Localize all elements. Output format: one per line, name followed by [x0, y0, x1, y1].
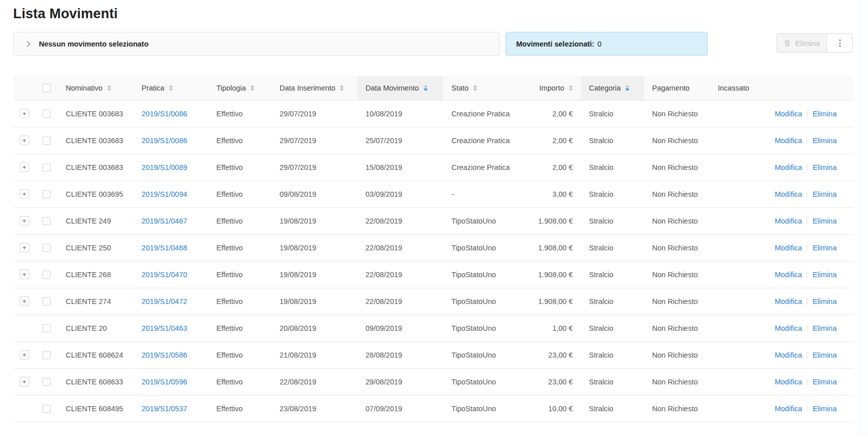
cell-pagamento: Non Richiesto [644, 207, 710, 234]
row-checkbox[interactable] [42, 163, 51, 171]
elimina-link[interactable]: Elimina [812, 378, 837, 386]
table-row: +CLIENTE 2492019/S1/0467Effettivo19/08/2… [13, 207, 853, 234]
expand-row-button[interactable]: + [20, 296, 29, 306]
modifica-link[interactable]: Modifica [774, 217, 802, 225]
modifica-link[interactable]: Modifica [774, 378, 802, 386]
row-checkbox[interactable] [42, 271, 51, 279]
row-checkbox[interactable] [42, 110, 51, 118]
elimina-link[interactable]: Elimina [812, 217, 837, 225]
action-divider [807, 352, 807, 359]
elimina-link[interactable]: Elimina [812, 137, 837, 145]
page-scrollbar[interactable] [860, 0, 868, 435]
cell-tipologia: Effettivo [208, 154, 271, 181]
pratica-link[interactable]: 2019/S1/0586 [142, 351, 187, 359]
pratica-link[interactable]: 2019/S1/0463 [142, 324, 187, 332]
cell-data_movimento: 28/08/2019 [357, 341, 443, 368]
elimina-link[interactable]: Elimina [812, 324, 837, 332]
row-checkbox[interactable] [42, 378, 51, 386]
cell-categoria: Stralcio [581, 207, 644, 234]
pratica-link[interactable]: 2019/S1/0094 [142, 190, 187, 198]
elimina-link[interactable]: Elimina [812, 297, 837, 306]
pratica-link[interactable]: 2019/S1/0086 [142, 110, 187, 118]
modifica-link[interactable]: Modifica [774, 190, 802, 198]
elimina-link[interactable]: Elimina [812, 271, 837, 279]
row-checkbox[interactable] [42, 244, 51, 252]
modifica-link[interactable]: Modifica [774, 137, 802, 145]
cell-categoria: Stralcio [581, 234, 644, 261]
column-label: Categoria [589, 84, 621, 92]
expand-row-button[interactable]: + [20, 189, 29, 199]
cell-expand: + [13, 154, 35, 181]
sort-icon [625, 85, 629, 91]
pratica-link[interactable]: 2019/S1/0470 [142, 271, 187, 279]
selected-movements-collapse-panel[interactable]: Nessun movimento selezionato [13, 32, 500, 56]
row-checkbox[interactable] [42, 217, 51, 225]
expand-row-button[interactable]: + [20, 162, 29, 172]
pratica-link[interactable]: 2019/S1/0086 [142, 137, 187, 145]
expand-row-button[interactable]: + [20, 270, 29, 279]
row-checkbox[interactable] [42, 405, 51, 413]
cell-data_inserimento: 19/08/2019 [271, 261, 357, 288]
column-header-pratica[interactable]: Pratica [133, 76, 208, 100]
cell-categoria: Stralcio [581, 368, 644, 395]
modifica-link[interactable]: Modifica [774, 110, 802, 118]
cell-data_inserimento: 29/07/2019 [271, 127, 357, 154]
cell-pagamento: Non Richiesto [644, 368, 710, 395]
pratica-link[interactable]: 2019/S1/0537 [142, 405, 187, 413]
elimina-link[interactable]: Elimina [812, 244, 837, 252]
pratica-link[interactable]: 2019/S1/0472 [142, 297, 187, 306]
column-header-nominativo[interactable]: Nominativo [58, 76, 133, 100]
action-divider [807, 137, 807, 144]
column-header-data_inserimento[interactable]: Data Inserimento [271, 76, 357, 100]
pratica-link[interactable]: 2019/S1/0596 [142, 378, 187, 386]
elimina-link[interactable]: Elimina [812, 163, 837, 171]
cell-nominativo: CLIENTE 003683 [58, 100, 133, 127]
column-header-stato[interactable]: Stato [443, 76, 519, 100]
modifica-link[interactable]: Modifica [774, 271, 802, 279]
sort-caret-down-icon [340, 89, 344, 91]
elimina-link[interactable]: Elimina [812, 190, 837, 198]
modifica-link[interactable]: Modifica [774, 163, 802, 171]
column-header-tipologia[interactable]: Tipologia [208, 76, 271, 100]
modifica-link[interactable]: Modifica [774, 244, 802, 252]
row-checkbox[interactable] [42, 324, 51, 332]
row-checkbox[interactable] [42, 351, 51, 359]
expand-row-button[interactable]: + [20, 109, 29, 118]
modifica-link[interactable]: Modifica [774, 351, 802, 359]
pratica-link[interactable]: 2019/S1/0089 [142, 163, 187, 171]
more-actions-button[interactable] [827, 33, 853, 53]
row-checkbox[interactable] [42, 137, 51, 145]
elimina-link[interactable]: Elimina [812, 405, 837, 413]
modifica-link[interactable]: Modifica [774, 324, 802, 332]
elimina-link[interactable]: Elimina [812, 110, 837, 118]
row-checkbox[interactable] [42, 190, 51, 198]
pratica-link[interactable]: 2019/S1/0468 [142, 244, 187, 252]
pratica-link[interactable]: 2019/S1/0467 [142, 217, 187, 225]
cell-categoria: Stralcio [581, 154, 644, 181]
column-header-importo[interactable]: Importo [519, 76, 581, 100]
expand-row-button[interactable]: + [20, 350, 29, 360]
cell-pratica: 2019/S1/0472 [133, 288, 208, 315]
cell-data_movimento: 07/09/2019 [357, 395, 443, 422]
modifica-link[interactable]: Modifica [774, 297, 802, 306]
expand-row-button[interactable]: + [20, 243, 29, 252]
cell-expand: + [13, 368, 35, 395]
cell-pratica: 2019/S1/0467 [133, 207, 208, 234]
sort-caret-up-icon [569, 85, 573, 88]
sort-caret-down-icon [473, 89, 477, 91]
table-row: +CLIENTE 0036832019/S1/0086Effettivo29/0… [13, 100, 853, 127]
movements-table: NominativoPraticaTipologiaData Inserimen… [13, 76, 853, 422]
expand-row-button[interactable]: + [20, 136, 29, 145]
expand-row-button[interactable]: + [20, 377, 29, 386]
column-header-categoria[interactable]: Categoria [581, 76, 644, 100]
modifica-link[interactable]: Modifica [774, 405, 802, 413]
cell-importo: 3,00 € [519, 181, 581, 207]
elimina-link[interactable]: Elimina [812, 351, 837, 359]
cell-pratica: 2019/S1/0586 [133, 341, 208, 368]
expand-row-button[interactable]: + [20, 216, 29, 226]
row-checkbox[interactable] [42, 297, 51, 306]
column-header-data_movimento[interactable]: Data Movimento [357, 76, 443, 100]
action-divider [807, 298, 807, 305]
delete-button[interactable]: Elimina [776, 33, 827, 53]
select-all-checkbox[interactable] [42, 84, 51, 92]
